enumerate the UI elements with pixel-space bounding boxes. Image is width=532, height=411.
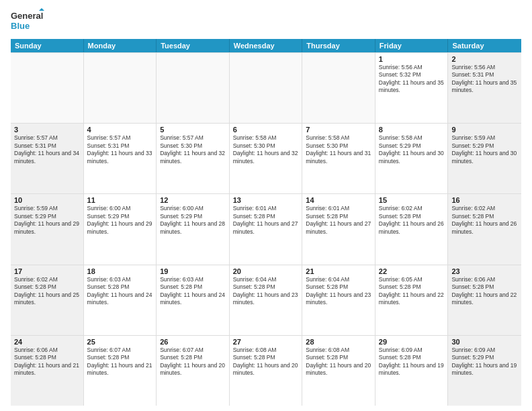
- calendar-cell: 3Sunrise: 5:57 AM Sunset: 5:31 PM Daylig…: [11, 124, 84, 193]
- calendar-cell: 21Sunrise: 6:04 AM Sunset: 5:28 PM Dayli…: [302, 265, 375, 335]
- day-number: 26: [160, 338, 226, 346]
- cell-info: Sunrise: 5:57 AM Sunset: 5:31 PM Dayligh…: [87, 134, 153, 165]
- calendar-cell: 30Sunrise: 6:09 AM Sunset: 5:29 PM Dayli…: [448, 336, 521, 406]
- svg-marker-2: [39, 8, 44, 11]
- day-number: 16: [451, 196, 518, 204]
- day-header: Tuesday: [157, 39, 230, 52]
- calendar-cell: 12Sunrise: 6:00 AM Sunset: 5:29 PM Dayli…: [157, 194, 230, 264]
- day-number: 21: [306, 267, 371, 275]
- cell-info: Sunrise: 6:06 AM Sunset: 5:28 PM Dayligh…: [14, 347, 80, 377]
- day-number: 11: [87, 196, 153, 204]
- calendar-cell: 29Sunrise: 6:09 AM Sunset: 5:28 PM Dayli…: [375, 336, 449, 406]
- day-number: 30: [451, 338, 518, 346]
- calendar-cell: 28Sunrise: 6:08 AM Sunset: 5:28 PM Dayli…: [302, 336, 375, 406]
- logo: General Blue: [11, 8, 44, 34]
- calendar-cell: 10Sunrise: 5:59 AM Sunset: 5:29 PM Dayli…: [11, 194, 84, 264]
- cell-info: Sunrise: 5:58 AM Sunset: 5:30 PM Dayligh…: [306, 134, 371, 165]
- day-number: 15: [379, 196, 445, 204]
- calendar-cell: 8Sunrise: 5:58 AM Sunset: 5:29 PM Daylig…: [375, 124, 449, 193]
- cell-info: Sunrise: 5:56 AM Sunset: 5:31 PM Dayligh…: [451, 64, 518, 95]
- cell-info: Sunrise: 6:07 AM Sunset: 5:28 PM Dayligh…: [160, 347, 226, 377]
- calendar-cell: 9Sunrise: 5:59 AM Sunset: 5:29 PM Daylig…: [448, 124, 521, 193]
- cell-info: Sunrise: 5:58 AM Sunset: 5:30 PM Dayligh…: [233, 134, 299, 165]
- day-number: 19: [160, 267, 226, 275]
- cell-info: Sunrise: 6:03 AM Sunset: 5:28 PM Dayligh…: [87, 276, 153, 307]
- day-number: 22: [379, 267, 445, 275]
- day-number: 14: [306, 196, 371, 204]
- calendar-row: 1Sunrise: 5:56 AM Sunset: 5:32 PM Daylig…: [11, 53, 521, 124]
- cell-info: Sunrise: 6:00 AM Sunset: 5:29 PM Dayligh…: [160, 205, 226, 236]
- cell-info: Sunrise: 6:09 AM Sunset: 5:29 PM Dayligh…: [451, 347, 518, 377]
- day-number: 20: [233, 267, 299, 275]
- day-header: Sunday: [11, 39, 84, 52]
- header: General Blue: [11, 8, 521, 34]
- day-header: Friday: [375, 39, 449, 52]
- day-number: 10: [14, 196, 80, 204]
- calendar-cell: 1Sunrise: 5:56 AM Sunset: 5:32 PM Daylig…: [375, 53, 449, 123]
- day-number: 5: [160, 126, 226, 134]
- calendar-cell: 26Sunrise: 6:07 AM Sunset: 5:28 PM Dayli…: [157, 336, 230, 406]
- svg-text:General: General: [11, 11, 43, 21]
- calendar-body: 1Sunrise: 5:56 AM Sunset: 5:32 PM Daylig…: [11, 52, 521, 406]
- day-number: 3: [14, 126, 80, 134]
- cell-info: Sunrise: 5:57 AM Sunset: 5:30 PM Dayligh…: [160, 134, 226, 165]
- calendar-cell: 13Sunrise: 6:01 AM Sunset: 5:28 PM Dayli…: [230, 194, 303, 264]
- day-number: 28: [306, 338, 371, 346]
- cell-info: Sunrise: 5:56 AM Sunset: 5:32 PM Dayligh…: [379, 64, 445, 95]
- day-number: 4: [87, 126, 153, 134]
- day-number: 29: [379, 338, 445, 346]
- calendar-row: 17Sunrise: 6:02 AM Sunset: 5:28 PM Dayli…: [11, 265, 521, 336]
- cell-info: Sunrise: 6:05 AM Sunset: 5:28 PM Dayligh…: [379, 276, 445, 307]
- cell-info: Sunrise: 6:01 AM Sunset: 5:28 PM Dayligh…: [233, 205, 299, 236]
- calendar-cell: 15Sunrise: 6:02 AM Sunset: 5:28 PM Dayli…: [375, 194, 449, 264]
- calendar-cell: 25Sunrise: 6:07 AM Sunset: 5:28 PM Dayli…: [84, 336, 157, 406]
- cell-info: Sunrise: 6:04 AM Sunset: 5:28 PM Dayligh…: [233, 276, 299, 307]
- calendar-cell: [230, 53, 303, 123]
- calendar-cell: 6Sunrise: 5:58 AM Sunset: 5:30 PM Daylig…: [230, 124, 303, 193]
- calendar-cell: 27Sunrise: 6:08 AM Sunset: 5:28 PM Dayli…: [230, 336, 303, 406]
- day-header: Monday: [84, 39, 157, 52]
- cell-info: Sunrise: 6:08 AM Sunset: 5:28 PM Dayligh…: [233, 347, 299, 377]
- calendar: SundayMondayTuesdayWednesdayThursdayFrid…: [11, 39, 521, 406]
- day-number: 27: [233, 338, 299, 346]
- calendar-row: 24Sunrise: 6:06 AM Sunset: 5:28 PM Dayli…: [11, 336, 521, 406]
- calendar-cell: 16Sunrise: 6:02 AM Sunset: 5:28 PM Dayli…: [448, 194, 521, 264]
- calendar-cell: 7Sunrise: 5:58 AM Sunset: 5:30 PM Daylig…: [302, 124, 375, 193]
- day-number: 17: [14, 267, 80, 275]
- cell-info: Sunrise: 6:08 AM Sunset: 5:28 PM Dayligh…: [306, 347, 371, 377]
- calendar-cell: 19Sunrise: 6:03 AM Sunset: 5:28 PM Dayli…: [157, 265, 230, 335]
- day-number: 24: [14, 338, 80, 346]
- calendar-cell: 20Sunrise: 6:04 AM Sunset: 5:28 PM Dayli…: [230, 265, 303, 335]
- cell-info: Sunrise: 6:09 AM Sunset: 5:28 PM Dayligh…: [379, 347, 445, 377]
- cell-info: Sunrise: 6:03 AM Sunset: 5:28 PM Dayligh…: [160, 276, 226, 307]
- calendar-cell: 4Sunrise: 5:57 AM Sunset: 5:31 PM Daylig…: [84, 124, 157, 193]
- day-header: Wednesday: [230, 39, 303, 52]
- calendar-row: 3Sunrise: 5:57 AM Sunset: 5:31 PM Daylig…: [11, 124, 521, 194]
- day-number: 13: [233, 196, 299, 204]
- day-number: 6: [233, 126, 299, 134]
- calendar-cell: 14Sunrise: 6:01 AM Sunset: 5:28 PM Dayli…: [302, 194, 375, 264]
- cell-info: Sunrise: 6:02 AM Sunset: 5:28 PM Dayligh…: [14, 276, 80, 307]
- day-number: 25: [87, 338, 153, 346]
- day-number: 2: [451, 55, 518, 63]
- day-number: 8: [379, 126, 445, 134]
- cell-info: Sunrise: 5:59 AM Sunset: 5:29 PM Dayligh…: [14, 205, 80, 236]
- cell-info: Sunrise: 6:04 AM Sunset: 5:28 PM Dayligh…: [306, 276, 371, 307]
- day-number: 12: [160, 196, 226, 204]
- calendar-cell: 2Sunrise: 5:56 AM Sunset: 5:31 PM Daylig…: [448, 53, 521, 123]
- day-number: 23: [451, 267, 518, 275]
- day-number: 18: [87, 267, 153, 275]
- calendar-cell: 24Sunrise: 6:06 AM Sunset: 5:28 PM Dayli…: [11, 336, 84, 406]
- calendar-header: SundayMondayTuesdayWednesdayThursdayFrid…: [11, 39, 521, 52]
- cell-info: Sunrise: 6:06 AM Sunset: 5:28 PM Dayligh…: [451, 276, 518, 307]
- calendar-cell: [11, 53, 84, 123]
- cell-info: Sunrise: 6:00 AM Sunset: 5:29 PM Dayligh…: [87, 205, 153, 236]
- calendar-cell: [84, 53, 157, 123]
- calendar-cell: [302, 53, 375, 123]
- calendar-row: 10Sunrise: 5:59 AM Sunset: 5:29 PM Dayli…: [11, 194, 521, 265]
- logo-svg: General Blue: [11, 8, 44, 34]
- cell-info: Sunrise: 6:02 AM Sunset: 5:28 PM Dayligh…: [379, 205, 445, 236]
- page: General Blue SundayMondayTuesdayWednesda…: [0, 0, 532, 411]
- calendar-cell: 18Sunrise: 6:03 AM Sunset: 5:28 PM Dayli…: [84, 265, 157, 335]
- day-header: Saturday: [448, 39, 521, 52]
